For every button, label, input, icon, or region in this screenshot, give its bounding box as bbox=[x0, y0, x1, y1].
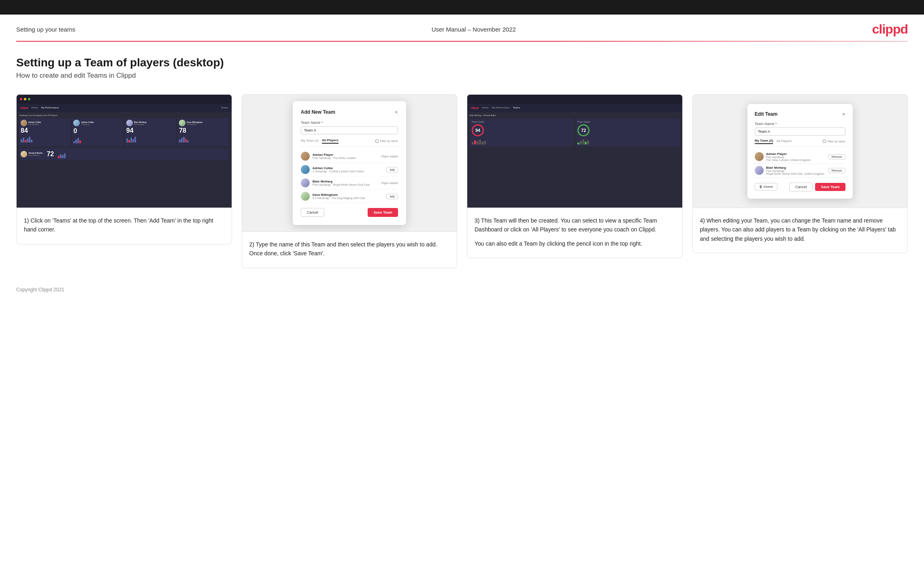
modal4-close-icon[interactable]: × bbox=[842, 111, 845, 117]
delete-button[interactable]: 🗑 Delete bbox=[755, 183, 777, 191]
dot-yellow bbox=[24, 98, 26, 100]
player-avatar-2 bbox=[301, 165, 310, 174]
team-player-name-1: Adrian Player bbox=[766, 152, 826, 156]
delete-label: Delete bbox=[764, 185, 773, 189]
modal4-save-button[interactable]: Save Team bbox=[815, 183, 845, 191]
remove-player-btn-1[interactable]: Remove bbox=[828, 154, 845, 159]
ss3-nav-home: Home bbox=[482, 106, 489, 109]
ss1-content: Tracking 6 out of 8 players from All Pla… bbox=[17, 112, 232, 162]
modal-tabs: My Team (2) All Players Filter by name bbox=[301, 138, 398, 146]
team-player-info-1: Adrian Player Plus Handicap The Stow, Lo… bbox=[766, 152, 826, 161]
player-info-2: Adrian Colba 1 Handicap · Central London… bbox=[313, 166, 384, 173]
cards-row: clippd Home My Performance Teams Trackin… bbox=[16, 94, 908, 268]
dot-red bbox=[20, 98, 22, 100]
modal4-cancel-button[interactable]: Cancel bbox=[789, 182, 813, 191]
card-4-text: 4) When editing your Team, you can chang… bbox=[693, 208, 908, 253]
ss3-subtitle: Blair McHarg · Richard Butler bbox=[470, 114, 680, 117]
player-club-3: Plus Handicap · Royal North Devon Golf C… bbox=[313, 183, 378, 186]
ss3-p1-label: Player Quality bbox=[472, 121, 572, 123]
player-row-4: Dave Billingham 3.5 Handicap · The Dog M… bbox=[301, 190, 398, 203]
ss1-subtitle: Tracking 6 out of 8 players from All Pla… bbox=[19, 114, 229, 117]
ss1-nav-home: Home bbox=[32, 106, 38, 109]
modal4-title: Edit Team bbox=[755, 111, 777, 117]
tab-all-players[interactable]: All Players bbox=[322, 138, 339, 144]
ss1-p2-bars bbox=[73, 136, 121, 143]
ss3-player-2: Player Quality 72 bbox=[575, 119, 679, 146]
modal4-team-input[interactable] bbox=[755, 127, 845, 136]
top-bar bbox=[0, 0, 924, 15]
footer: Copyright Clippd 2021 bbox=[0, 280, 924, 299]
player-info-3: Blair McHarg Plus Handicap · Royal North… bbox=[313, 180, 378, 186]
team-player-club-1: Plus Handicap bbox=[766, 156, 826, 159]
ss3-player-1: Player Quality 94 bbox=[470, 119, 574, 146]
logo: clippd bbox=[872, 22, 908, 37]
card-3-text: 3) This Team will then be created. You c… bbox=[467, 208, 682, 258]
card-1-text: 1) Click on 'Teams' at the top of the sc… bbox=[17, 208, 232, 244]
ss1-topbar bbox=[17, 95, 232, 104]
team-player-avatar-1 bbox=[755, 152, 764, 161]
ss1-nav: clippd Home My Performance Teams bbox=[17, 104, 232, 112]
filter-checkbox[interactable] bbox=[375, 140, 379, 143]
card-4: Edit Team × Team Name * My Team (2) All … bbox=[692, 94, 908, 253]
player-status-3: Player Added bbox=[381, 182, 398, 185]
ss1-p4-name: Dave Billingham bbox=[187, 121, 202, 123]
card-1-screenshot: clippd Home My Performance Teams Trackin… bbox=[17, 95, 232, 208]
card-1-description: 1) Click on 'Teams' at the top of the sc… bbox=[24, 217, 213, 233]
modal4-tab-all-players[interactable]: All Players bbox=[776, 139, 792, 144]
player-row-1: Adrian Player Plus Handicap · The Stow, … bbox=[301, 150, 398, 163]
player-name-4: Dave Billingham bbox=[313, 193, 384, 197]
remove-player-btn-2[interactable]: Remove bbox=[828, 168, 845, 173]
modal4-filter: Filter by name bbox=[823, 140, 845, 143]
header-center: User Manual – November 2022 bbox=[432, 26, 516, 33]
add-player-btn-2[interactable]: Add bbox=[386, 167, 398, 172]
ss1-nav-teams: Teams bbox=[221, 106, 228, 109]
player-status-1: Player Added bbox=[381, 155, 398, 158]
modal-close-icon[interactable]: × bbox=[395, 109, 398, 115]
player-avatar-4 bbox=[301, 192, 310, 201]
ss1-nav-myplayers: My Performance bbox=[41, 106, 59, 109]
page-subtitle: How to create and edit Teams in Clippd bbox=[16, 72, 908, 80]
ss1-p1-score: 84 bbox=[21, 127, 69, 134]
cancel-button[interactable]: Cancel bbox=[301, 208, 324, 217]
trash-icon: 🗑 bbox=[759, 185, 762, 189]
ss1-bp-bars bbox=[58, 151, 66, 158]
team-name-input[interactable] bbox=[301, 126, 398, 134]
ss1-p2-score: 0 bbox=[73, 127, 121, 135]
add-player-btn-4[interactable]: Add bbox=[386, 194, 398, 199]
modal4-tabs: My Team (2) All Players Filter by name bbox=[755, 139, 845, 147]
ss3-p2-bars bbox=[577, 138, 677, 144]
card-2: Add New Team × Team Name * My Team (2) A… bbox=[242, 94, 458, 268]
tab-my-team[interactable]: My Team (2) bbox=[301, 139, 319, 143]
ss1-p1-detail: Plus Handicap bbox=[28, 123, 41, 125]
page-title: Setting up a Team of players (desktop) bbox=[16, 56, 908, 69]
ss1-p3-bars bbox=[126, 135, 175, 142]
card-3-description-2: You can also edit a Team by clicking the… bbox=[475, 239, 675, 248]
ss3-nav-perf: My Performance bbox=[492, 106, 510, 109]
player-club-1: Plus Handicap · The Stow, London bbox=[313, 157, 378, 159]
modal4-filter-checkbox[interactable] bbox=[823, 140, 826, 143]
ss1-p4-score: 78 bbox=[179, 127, 227, 134]
ss1-p3-name: Blair McHarg bbox=[134, 121, 147, 123]
modal4-tab-my-team[interactable]: My Team (2) bbox=[755, 139, 773, 144]
player-club-4: 3.5 Handicap · The Dog Maging Golf Club bbox=[313, 197, 384, 199]
header: Setting up your teams User Manual – Nove… bbox=[0, 15, 924, 41]
team-player-name-2: Blair McHarg bbox=[766, 166, 826, 170]
team-name-label: Team Name * bbox=[301, 121, 398, 125]
modal-title: Add New Team bbox=[301, 109, 335, 115]
dot-green bbox=[28, 98, 30, 100]
team-player-row-1: Adrian Player Plus Handicap The Stow, Lo… bbox=[755, 150, 845, 164]
add-team-modal: Add New Team × Team Name * My Team (2) A… bbox=[293, 101, 406, 225]
ss3-players-grid: Player Quality 94 bbox=[470, 119, 680, 146]
ss3-p1-bars bbox=[472, 138, 572, 144]
modal4-footer: 🗑 Delete Cancel Save Team bbox=[755, 182, 845, 191]
player-avatar-3 bbox=[301, 178, 310, 187]
team-player-club-2: Plus Handicap bbox=[766, 170, 826, 172]
card-4-screenshot: Edit Team × Team Name * My Team (2) All … bbox=[693, 95, 908, 208]
ss1-p3-score: 94 bbox=[126, 127, 175, 134]
modal-header: Add New Team × bbox=[301, 109, 398, 115]
save-team-button[interactable]: Save Team bbox=[368, 208, 398, 217]
player-info-1: Adrian Player Plus Handicap · The Stow, … bbox=[313, 153, 378, 159]
card-3: clippd Home My Performance Teams Blair M… bbox=[467, 94, 683, 258]
player-row-3: Blair McHarg Plus Handicap · Royal North… bbox=[301, 176, 398, 190]
filter-by-name: Filter by name bbox=[375, 140, 398, 143]
